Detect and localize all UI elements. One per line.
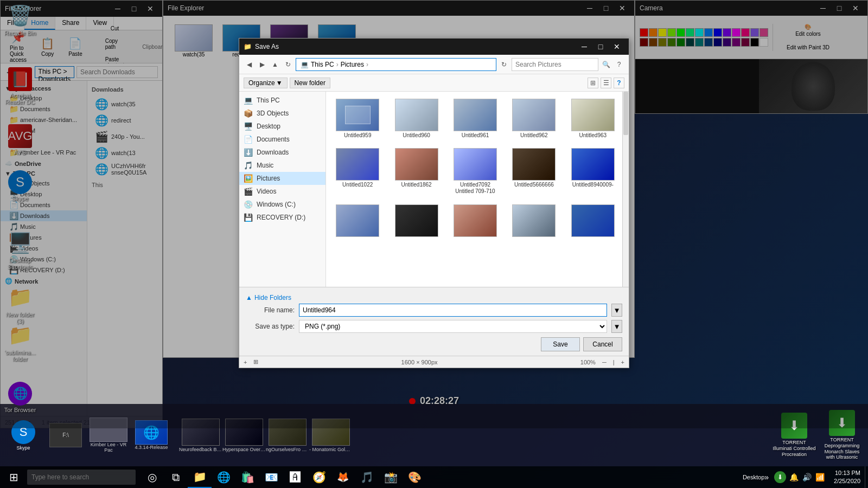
dialog-help-button[interactable]: ? [614,59,624,70]
dialog-sidebar-desktop[interactable]: 🖥️ Desktop [239,120,326,133]
dialog-sidebar-documents[interactable]: 📄 Documents [239,133,326,146]
breadcrumb-sep1: › [336,61,339,68]
dialog-help2-button[interactable]: ? [614,78,624,88]
grid-item-row3-5[interactable] [566,202,620,241]
footer-buttons: Save Cancel [246,337,622,351]
grid-item-untitled960[interactable]: Untitled960 [389,96,443,141]
breadcrumb[interactable]: 💻 This PC › Pictures › [296,58,496,71]
organize-button[interactable]: Organize ▼ [244,78,288,88]
dialog-status-bar: + ⊞ 868 × 488px 100% ─ | + [239,356,629,368]
tray-expand[interactable]: » [761,472,772,483]
taskbar-tripadvisor[interactable]: 🧭 [307,466,331,488]
file-grid: Untitled959 Untitled960 Un [326,92,629,245]
tray-bell[interactable]: 🔔 [788,472,799,483]
thumb-content [395,149,438,180]
new-folder-button[interactable]: New folder [290,78,330,88]
thumb-content [572,205,614,236]
thumb-content [395,205,438,236]
cancel-button[interactable]: Cancel [583,337,622,351]
grid-item-untitled963[interactable]: Untitled963 [566,96,620,141]
thumbnail [336,99,379,131]
dialog-search-input[interactable] [512,58,598,71]
taskbar-paint[interactable]: 🎨 [403,466,426,488]
grid-item-untitled1862[interactable]: Untitled1862 [389,145,443,197]
filetype-select[interactable]: PNG (*.png) JPEG (*.jpg) BMP (*.bmp) [299,320,607,333]
grid-item-untitled1022[interactable]: Untitled1022 [330,145,385,197]
dialog-sidebar-pictures[interactable]: 🖼️ Pictures [239,172,326,185]
scrollbar-thumb[interactable] [623,92,628,135]
taskbar-mail[interactable]: 📧 [259,466,283,488]
dialog-sidebar-downloads[interactable]: ⬇️ Downloads [239,146,326,159]
grid-item-untitled5666[interactable]: Untitled5666666 [507,145,561,197]
grid-item-name: Untitled959 [344,132,372,138]
dialog-sidebar-music[interactable]: 🎵 Music [239,159,326,172]
zoom-out-button[interactable]: ─ [602,359,607,365]
grid-item-untitled962[interactable]: Untitled962 [507,96,561,141]
grid-item-row3-4[interactable] [507,202,561,241]
filetype-row: Save as type: PNG (*.png) JPEG (*.jpg) B… [246,320,622,333]
dialog-sidebar-recovery[interactable]: 💾 RECOVERY (D:) [239,211,326,224]
grid-item-untitled959[interactable]: Untitled959 [330,96,385,141]
taskbar-clock[interactable]: 10:13 PM 2/25/2020 [829,469,865,486]
dialog-sidebar-this-pc[interactable]: 💻 This PC [239,94,326,107]
taskbar-file-explorer[interactable]: 📁 [188,466,212,488]
taskbar-firefox[interactable]: 🦊 [331,466,355,488]
dialog-titlebar: 📁 Save As ─ □ ✕ [239,38,629,55]
view-icons-button[interactable]: ⊞ [588,78,598,88]
grid-item-untitled7092[interactable]: Untitled7092Untitled 709-710 [448,145,502,197]
taskbar-amazon[interactable]: 🅰 [283,466,307,488]
dialog-close[interactable]: ✕ [609,39,624,54]
thumbnail [395,204,438,237]
dialog-back-button[interactable]: ◀ [244,59,254,70]
dialog-title-area: 📁 Save As [244,43,577,50]
filetype-label: Save as type: [246,323,295,330]
scrollbar[interactable] [622,92,629,287]
grid-item-untitled961[interactable]: Untitled961 [448,96,502,141]
new-folder-label: New folder [295,79,326,87]
filename-input[interactable] [299,304,607,317]
dialog-up-button[interactable]: ▲ [270,59,280,70]
dialog-refresh-button[interactable]: ↻ [283,59,293,70]
zoom-slider[interactable]: | [613,359,615,365]
taskbar-search-input[interactable] [27,470,136,485]
thumbnail [512,99,556,131]
taskbar-edge[interactable]: 🌐 [212,466,235,488]
grid-item-row3-1[interactable] [330,202,385,241]
tray-network[interactable]: 📶 [814,472,825,483]
taskbar-store[interactable]: 🛍️ [235,466,259,488]
hide-folders-button[interactable]: ▲ Hide Folders [246,292,622,304]
hide-folders-label: Hide Folders [254,294,291,301]
dialog-refresh2-button[interactable]: ↻ [499,59,509,70]
zoom-button[interactable]: + [244,359,247,365]
zoom-in-button[interactable]: + [621,359,624,365]
view-details-button[interactable]: ☰ [601,78,611,88]
dialog-sidebar-windows-c[interactable]: 💿 Windows (C:) [239,198,326,211]
grid-item-untitled8940[interactable]: Untitled8940009- [566,145,620,197]
dialog-maximize[interactable]: □ [593,39,608,54]
grid-item-row3-3[interactable] [448,202,502,241]
filetype-dropdown-button[interactable]: ▼ [611,320,622,333]
grid-item-name: Untitled1862 [401,182,432,188]
dialog-search-button[interactable]: 🔍 [601,59,611,70]
taskbar-cortana[interactable]: ◎ [140,466,164,488]
dialog-sidebar-videos[interactable]: 🎬 Videos [239,185,326,198]
tray-torrent[interactable]: ⬇ [774,471,786,483]
grid-item-row3-2[interactable] [389,202,443,241]
dialog-sidebar-pictures-label: Pictures [257,175,280,182]
save-button[interactable]: Save [541,337,580,351]
grid-view-button[interactable]: ⊞ [253,358,258,365]
dialog-sidebar-desktop-label: Desktop [257,123,280,130]
dialog-sidebar-3d[interactable]: 📦 3D Objects [239,107,326,120]
taskbar-media[interactable]: 🎵 [355,466,379,488]
taskbar-camera[interactable]: 📸 [379,466,403,488]
start-button[interactable]: ⊞ [0,466,27,488]
show-desktop-button[interactable] [865,466,868,488]
filename-dropdown-button[interactable]: ▼ [611,304,622,317]
taskbar-task-view[interactable]: ⧉ [164,466,188,488]
dialog-forward-button[interactable]: ▶ [257,59,267,70]
dialog-minimize[interactable]: ─ [577,39,592,54]
tray-desktop-label[interactable]: Desktop [748,472,759,483]
folder-icon-title: 📁 [244,43,252,50]
pictures-folder-icon: 🖼️ [244,174,253,183]
tray-volume[interactable]: 🔊 [801,472,812,483]
